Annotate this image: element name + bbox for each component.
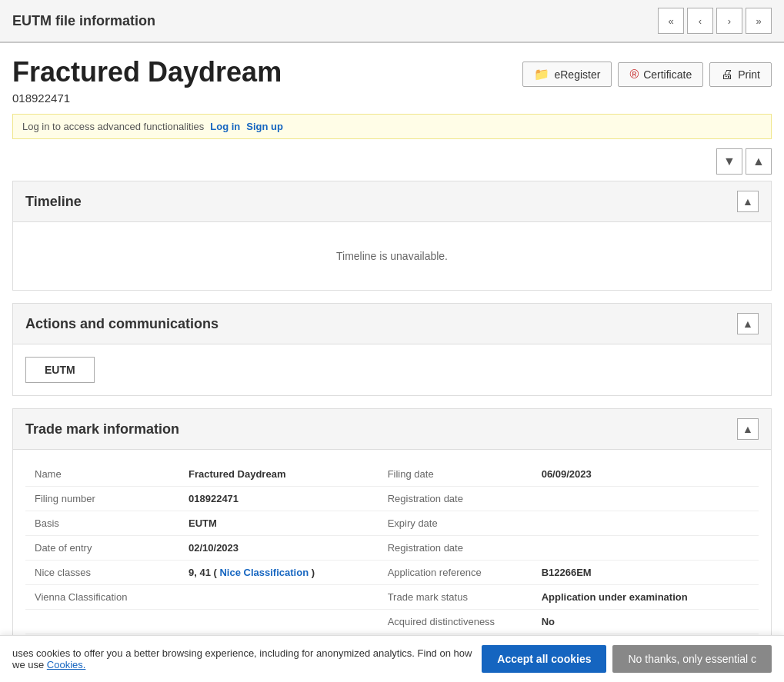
field-empty-label <box>25 610 179 634</box>
print-icon: 🖨 <box>721 68 733 82</box>
field-registration-date-value <box>532 487 759 511</box>
field-vienna-label: Vienna Classification <box>25 585 179 610</box>
field-filing-number-value: 018922471 <box>179 487 379 511</box>
page-title: EUTM file information <box>12 13 155 29</box>
table-row: Acquired distinctiveness No <box>25 610 759 634</box>
cookie-text: uses cookies to offer you a better brows… <box>12 647 474 670</box>
signup-link[interactable]: Sign up <box>246 121 283 132</box>
timeline-title: Timeline <box>25 194 82 210</box>
actions-section: Actions and communications ▲ EUTM <box>12 303 772 396</box>
certificate-button[interactable]: ® Certificate <box>618 62 703 87</box>
trademark-number: 018922471 <box>12 91 282 105</box>
field-distinctiveness-value: No <box>532 610 759 634</box>
eregister-icon: 📁 <box>534 67 549 82</box>
eregister-button[interactable]: 📁 eRegister <box>522 62 612 87</box>
nice-classification-link[interactable]: Nice Classification <box>219 567 309 578</box>
field-expiry-date-value <box>532 511 759 536</box>
timeline-unavailable-text: Timeline is unavailable. <box>25 235 759 278</box>
trademark-info-section: Trade mark information ▲ Name Fractured … <box>12 408 772 647</box>
print-label: Print <box>738 68 760 81</box>
top-nav: EUTM file information « ‹ › » <box>0 0 784 43</box>
decline-cookies-button[interactable]: No thanks, only essential c <box>612 645 772 673</box>
field-name-label: Name <box>25 462 179 487</box>
timeline-section: Timeline ▲ Timeline is unavailable. <box>12 181 772 291</box>
table-row: Filing number 018922471 Registration dat… <box>25 487 759 511</box>
field-basis-label: Basis <box>25 511 179 536</box>
last-nav-button[interactable]: » <box>746 8 772 34</box>
trademark-header: Fractured Daydream 018922471 📁 eRegister… <box>12 55 772 105</box>
table-row: Nice classes 9, 41 ( Nice Classification… <box>25 561 759 585</box>
timeline-section-body: Timeline is unavailable. <box>13 222 771 290</box>
trademark-info-body: Name Fractured Daydream Filing date 06/0… <box>13 450 771 647</box>
timeline-section-header: Timeline ▲ <box>13 181 771 222</box>
first-nav-button[interactable]: « <box>658 8 684 34</box>
collapse-all-button[interactable]: ▼ <box>716 148 742 175</box>
field-date-entry-label: Date of entry <box>25 536 179 561</box>
next-nav-button[interactable]: › <box>716 8 742 34</box>
field-app-reference-label: Application reference <box>379 561 532 585</box>
trademark-info-toggle-button[interactable]: ▲ <box>737 418 759 440</box>
cookie-buttons: Accept all cookies No thanks, only essen… <box>482 645 772 673</box>
timeline-toggle-button[interactable]: ▲ <box>737 191 759 212</box>
table-row: Basis EUTM Expiry date <box>25 511 759 536</box>
main-content: Fractured Daydream 018922471 📁 eRegister… <box>0 43 784 647</box>
trademark-info-section-header: Trade mark information ▲ <box>13 409 771 450</box>
certificate-label: Certificate <box>643 68 692 81</box>
field-empty-value <box>179 610 379 634</box>
trademark-info-table: Name Fractured Daydream Filing date 06/0… <box>25 462 759 634</box>
field-expiry-date-label: Expiry date <box>379 511 532 536</box>
trademark-name: Fractured Daydream <box>12 55 282 88</box>
field-distinctiveness-label: Acquired distinctiveness <box>379 610 532 634</box>
eutm-tab-button[interactable]: EUTM <box>25 357 95 383</box>
field-nice-classes-value: 9, 41 ( Nice Classification ) <box>179 561 379 585</box>
table-row: Date of entry 02/10/2023 Registration da… <box>25 536 759 561</box>
field-registration-date-label: Registration date <box>379 487 532 511</box>
expand-controls: ▼ ▲ <box>12 148 772 175</box>
actions-toggle-button[interactable]: ▲ <box>737 313 759 334</box>
field-filing-date-value: 06/09/2023 <box>532 462 759 487</box>
navigation-arrows: « ‹ › » <box>658 8 772 34</box>
prev-nav-button[interactable]: ‹ <box>687 8 713 34</box>
field-name-value: Fractured Daydream <box>179 462 379 487</box>
accept-cookies-button[interactable]: Accept all cookies <box>482 645 606 673</box>
field-reg-date-label2: Registration date <box>379 536 532 561</box>
login-bar: Log in to access advanced functionalitie… <box>12 114 772 139</box>
field-filing-date-label: Filing date <box>379 462 532 487</box>
login-bar-text: Log in to access advanced functionalitie… <box>22 121 204 132</box>
field-reg-date-value2 <box>532 536 759 561</box>
cookies-link[interactable]: Cookies. <box>47 659 86 670</box>
actions-title: Actions and communications <box>25 316 219 332</box>
field-date-entry-value: 02/10/2023 <box>179 536 379 561</box>
field-app-reference-value: B12266EM <box>532 561 759 585</box>
table-row: Vienna Classification Trade mark status … <box>25 585 759 610</box>
login-link[interactable]: Log in <box>210 121 240 132</box>
trademark-action-buttons: 📁 eRegister ® Certificate 🖨 Print <box>522 62 772 87</box>
field-status-value: Application under examination <box>532 585 759 610</box>
field-basis-value: EUTM <box>179 511 379 536</box>
actions-section-header: Actions and communications ▲ <box>13 304 771 344</box>
cookie-banner: uses cookies to offer you a better brows… <box>0 635 784 682</box>
field-nice-classes-label: Nice classes <box>25 561 179 585</box>
field-filing-number-label: Filing number <box>25 487 179 511</box>
trademark-title-block: Fractured Daydream 018922471 <box>12 55 282 105</box>
table-row: Name Fractured Daydream Filing date 06/0… <box>25 462 759 487</box>
certificate-icon: ® <box>629 68 639 82</box>
trademark-info-title: Trade mark information <box>25 421 179 437</box>
expand-all-button[interactable]: ▲ <box>746 148 772 175</box>
actions-section-body: EUTM <box>13 344 771 395</box>
field-status-label: Trade mark status <box>379 585 532 610</box>
print-button[interactable]: 🖨 Print <box>709 62 772 87</box>
eregister-label: eRegister <box>554 68 600 81</box>
field-vienna-value <box>179 585 379 610</box>
